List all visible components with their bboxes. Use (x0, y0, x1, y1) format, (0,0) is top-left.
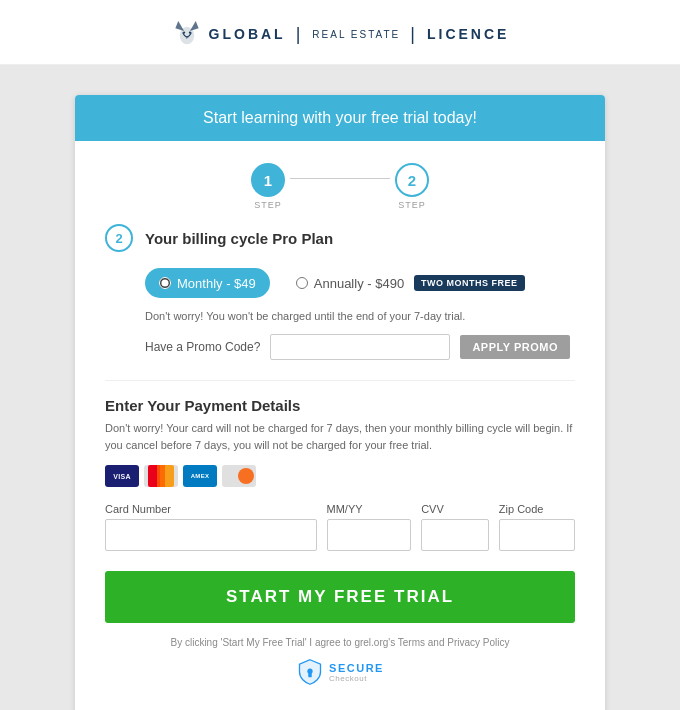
payment-fields: Card Number MM/YY CVV Zip Code (105, 503, 575, 551)
svg-point-2 (179, 27, 194, 44)
promo-input[interactable] (270, 334, 450, 360)
billing-monthly-label: Monthly - $49 (177, 276, 256, 291)
card-number-input[interactable] (105, 519, 317, 551)
secure-badge: SECURE Checkout (105, 658, 575, 686)
secure-icon-wrap: SECURE Checkout (296, 658, 384, 686)
mmyy-input[interactable] (327, 519, 412, 551)
logo-div2: | (410, 24, 417, 45)
visa-icon: VISA (105, 465, 139, 487)
secure-sub: Checkout (329, 674, 384, 683)
start-trial-button[interactable]: START MY FREE TRIAL (105, 571, 575, 623)
billing-options: Monthly - $49 Annually - $490 TWO MONTHS… (145, 268, 575, 298)
cvv-input[interactable] (421, 519, 489, 551)
logo-word2: REAL ESTATE (312, 29, 400, 40)
banner-text: Start learning with your free trial toda… (203, 109, 477, 126)
logo-area: GLOBAL | REAL ESTATE | LICENCE (0, 0, 680, 65)
billing-monthly-option[interactable]: Monthly - $49 (145, 268, 270, 298)
cvv-group: CVV (421, 503, 489, 551)
step-1-label: STEP (254, 200, 282, 210)
banner: Start learning with your free trial toda… (75, 95, 605, 141)
svg-point-3 (183, 31, 185, 33)
secure-label: SECURE (329, 662, 384, 674)
secure-shield-icon (296, 658, 324, 686)
logo-div1: | (296, 24, 303, 45)
card-icons: VISA AMEX (105, 465, 575, 487)
billing-monthly-radio[interactable] (159, 277, 171, 289)
discover-icon (222, 465, 256, 487)
promo-label: Have a Promo Code? (145, 340, 260, 354)
steps-container: 1 STEP 2 STEP (75, 141, 605, 220)
svg-rect-6 (308, 673, 312, 677)
mmyy-group: MM/YY (327, 503, 412, 551)
zip-group: Zip Code (499, 503, 575, 551)
billing-annually-radio[interactable] (296, 277, 308, 289)
step-2: 2 STEP (395, 163, 429, 210)
mastercard-icon (144, 465, 178, 487)
main-card: Start learning with your free trial toda… (75, 95, 605, 710)
step-1-circle: 1 (251, 163, 285, 197)
two-months-badge: TWO MONTHS FREE (414, 275, 525, 291)
cvv-label: CVV (421, 503, 489, 515)
logo: GLOBAL | REAL ESTATE | LICENCE (171, 18, 510, 50)
secure-text-wrap: SECURE Checkout (329, 662, 384, 683)
logo-word3: LICENCE (427, 26, 509, 42)
billing-section-number: 2 (105, 224, 133, 252)
svg-point-4 (188, 31, 190, 33)
footer-terms: By clicking 'Start My Free Trial' I agre… (105, 637, 575, 648)
amex-icon: AMEX (183, 465, 217, 487)
apply-promo-button[interactable]: APPLY PROMO (460, 335, 570, 359)
step-line (290, 178, 390, 179)
step-2-label: STEP (398, 200, 426, 210)
no-charge-text: Don't worry! You won't be charged until … (145, 310, 575, 322)
billing-section-title: Your billing cycle Pro Plan (145, 230, 333, 247)
payment-title: Enter Your Payment Details (105, 397, 575, 414)
step-2-circle: 2 (395, 163, 429, 197)
content: 2 Your billing cycle Pro Plan Monthly - … (75, 224, 605, 710)
card-number-label: Card Number (105, 503, 317, 515)
step-1: 1 STEP (251, 163, 285, 210)
logo-icon (171, 18, 203, 50)
promo-row: Have a Promo Code? APPLY PROMO (145, 334, 575, 360)
billing-annually-option[interactable]: Annually - $490 TWO MONTHS FREE (282, 268, 539, 298)
zip-label: Zip Code (499, 503, 575, 515)
billing-annually-label: Annually - $490 (314, 276, 404, 291)
zip-input[interactable] (499, 519, 575, 551)
mmyy-label: MM/YY (327, 503, 412, 515)
card-number-group: Card Number (105, 503, 317, 551)
section-divider (105, 380, 575, 381)
logo-word1: GLOBAL (209, 26, 286, 42)
billing-section-header: 2 Your billing cycle Pro Plan (105, 224, 575, 252)
payment-notice: Don't worry! Your card will not be charg… (105, 420, 575, 453)
